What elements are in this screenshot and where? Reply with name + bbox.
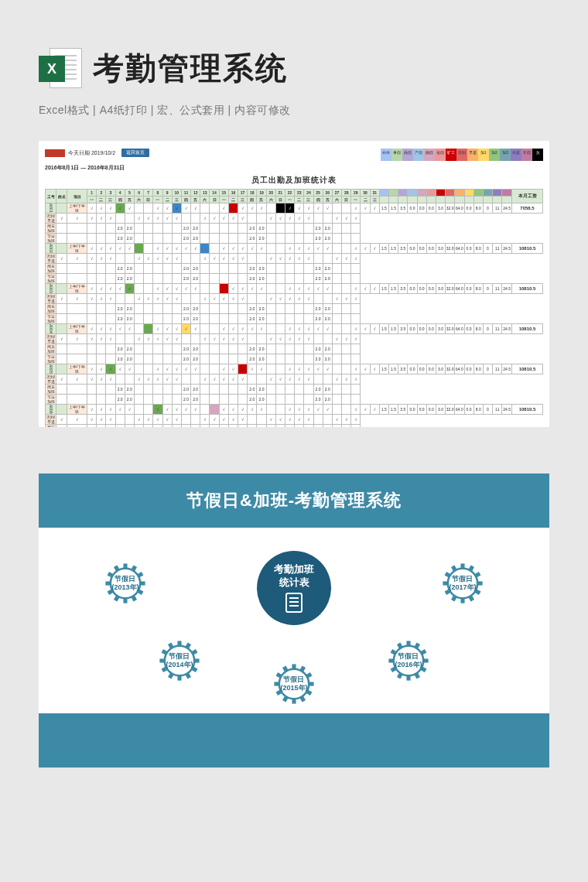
- legend-item: 病假: [402, 149, 413, 161]
- spreadsheet-preview: 今天日期 2019/10/2 返回首页 补休事假病假产假婚假丧假旷工迟到早退加1…: [39, 141, 549, 427]
- svg-line-37: [187, 644, 190, 648]
- svg-line-50: [416, 644, 419, 648]
- gear-node[interactable]: 节假日(2013年): [101, 559, 150, 608]
- page-title: 考勤管理系统: [93, 47, 288, 90]
- page-header: X 考勤管理系统: [39, 46, 549, 90]
- svg-line-31: [169, 674, 172, 679]
- svg-line-3: [133, 597, 135, 601]
- svg-line-57: [284, 697, 286, 702]
- svg-line-22: [453, 566, 455, 571]
- today-date-label: 今天日期 2019/10/2: [68, 149, 115, 157]
- diagram-title: 节假日&加班-考勤管理系统: [186, 489, 402, 512]
- svg-line-35: [169, 644, 172, 648]
- svg-line-44: [398, 674, 401, 679]
- gear-node[interactable]: 节假日(2015年): [269, 659, 319, 709]
- date-range: 2016年8月1日 — 2016年8月31日: [45, 164, 543, 172]
- svg-line-29: [187, 674, 190, 679]
- svg-line-63: [302, 667, 304, 672]
- svg-line-61: [284, 667, 286, 672]
- legend-item: 迟到: [456, 149, 467, 161]
- legend-item: 事假: [391, 149, 402, 161]
- svg-line-5: [115, 597, 118, 601]
- diagram-footer: [39, 713, 549, 767]
- svg-line-16: [470, 597, 473, 601]
- svg-line-9: [115, 566, 118, 571]
- gear-node[interactable]: 节假日(2017年): [438, 559, 487, 608]
- legend-item: 年假: [521, 149, 532, 161]
- diagram-body: 考勤加班 统计表 节假日(2013年)节假日(2017年)节假日(2014年)节…: [39, 528, 549, 713]
- svg-line-55: [302, 697, 304, 702]
- svg-line-18: [453, 597, 455, 601]
- document-icon: [285, 593, 303, 613]
- diagram-header: 节假日&加班-考勤管理系统: [39, 473, 549, 528]
- legend-item: 出差: [511, 149, 521, 161]
- svg-line-11: [133, 566, 135, 571]
- legend-item: 加2: [489, 149, 500, 161]
- legend-item: 产假: [413, 149, 424, 161]
- red-indicator: [45, 149, 65, 157]
- page-subtitle: Excel格式 | A4纸打印 | 宏、公式套用 | 内容可修改: [39, 104, 549, 118]
- legend-item: 加3: [500, 149, 511, 161]
- legend: 补休事假病假产假婚假丧假旷工迟到早退加1加2加3出差年假欠: [381, 149, 543, 161]
- legend-item: 丧假: [435, 149, 446, 161]
- center-line2: 统计表: [279, 576, 309, 590]
- excel-icon: X: [39, 46, 82, 90]
- sheet-title: 员工出勤及加班统计表: [45, 175, 543, 186]
- svg-line-42: [416, 674, 419, 679]
- legend-item: 加1: [478, 149, 489, 161]
- legend-item: 补休: [381, 149, 391, 161]
- center-line1: 考勤加班: [274, 563, 314, 576]
- gear-node[interactable]: 节假日(2016年): [384, 636, 433, 685]
- legend-item: 旷工: [446, 149, 456, 161]
- legend-item: 欠: [532, 149, 543, 161]
- gear-node[interactable]: 节假日(2014年): [155, 636, 204, 685]
- legend-item: 早退: [467, 149, 478, 161]
- svg-line-48: [398, 644, 401, 648]
- center-node[interactable]: 考勤加班 统计表: [257, 551, 331, 625]
- diagram-panel: 节假日&加班-考勤管理系统 考勤加班 统计表 节假日(2013年)节假日(201…: [39, 473, 549, 767]
- attendance-table: 工号姓名项目1234567891011121314151617181920212…: [45, 189, 543, 427]
- home-button[interactable]: 返回首页: [121, 149, 149, 157]
- legend-item: 婚假: [424, 149, 435, 161]
- svg-line-24: [470, 566, 473, 571]
